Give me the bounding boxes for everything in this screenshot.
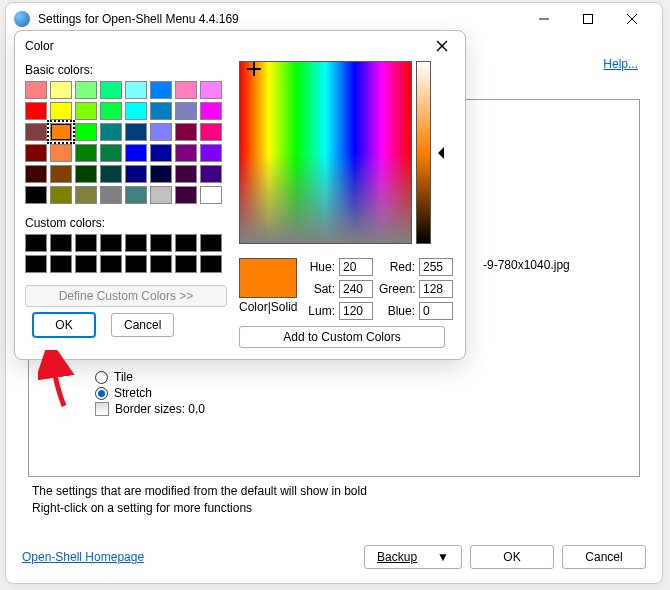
color-dialog-titlebar[interactable]: Color	[15, 31, 465, 61]
basic-color-swatch[interactable]	[200, 186, 222, 204]
basic-color-swatch[interactable]	[125, 123, 147, 141]
basic-color-swatch[interactable]	[75, 81, 97, 99]
custom-color-swatch[interactable]	[75, 234, 97, 252]
custom-color-swatch[interactable]	[175, 255, 197, 273]
luminance-slider[interactable]	[416, 61, 431, 244]
custom-color-swatch[interactable]	[50, 255, 72, 273]
basic-color-swatch[interactable]	[175, 102, 197, 120]
basic-color-swatch[interactable]	[175, 165, 197, 183]
custom-color-swatch[interactable]	[25, 255, 47, 273]
maximize-button[interactable]	[566, 5, 610, 33]
basic-color-swatch[interactable]	[25, 186, 47, 204]
basic-color-swatch[interactable]	[175, 186, 197, 204]
basic-colors-grid	[25, 81, 227, 204]
blue-field[interactable]	[419, 302, 453, 320]
basic-color-swatch[interactable]	[25, 144, 47, 162]
basic-color-swatch[interactable]	[200, 81, 222, 99]
custom-color-swatch[interactable]	[175, 234, 197, 252]
basic-color-swatch[interactable]	[100, 123, 122, 141]
tile-radio-row[interactable]: Tile	[95, 370, 205, 384]
backup-button[interactable]: Backup ▼	[364, 545, 462, 569]
luminance-arrow-icon	[431, 61, 443, 244]
caret-down-icon: ▼	[437, 550, 449, 564]
custom-colors-grid	[25, 234, 227, 273]
red-label: Red:	[379, 260, 415, 274]
custom-color-swatch[interactable]	[25, 234, 47, 252]
tile-label: Tile	[114, 370, 133, 384]
hue-sat-field[interactable]	[239, 61, 412, 244]
main-ok-button[interactable]: OK	[470, 545, 554, 569]
color-ok-button[interactable]: OK	[33, 313, 95, 337]
add-to-custom-button[interactable]: Add to Custom Colors	[239, 326, 445, 348]
homepage-link[interactable]: Open-Shell Homepage	[22, 550, 144, 564]
basic-color-swatch[interactable]	[25, 81, 47, 99]
basic-color-swatch[interactable]	[175, 123, 197, 141]
custom-color-swatch[interactable]	[50, 234, 72, 252]
custom-color-swatch[interactable]	[200, 234, 222, 252]
custom-color-swatch[interactable]	[75, 255, 97, 273]
basic-color-swatch[interactable]	[25, 102, 47, 120]
basic-color-swatch[interactable]	[200, 123, 222, 141]
custom-color-swatch[interactable]	[100, 255, 122, 273]
basic-color-swatch[interactable]	[25, 165, 47, 183]
lum-field[interactable]	[339, 302, 373, 320]
basic-color-swatch[interactable]	[200, 102, 222, 120]
basic-color-swatch[interactable]	[125, 81, 147, 99]
main-cancel-button[interactable]: Cancel	[562, 545, 646, 569]
basic-color-swatch[interactable]	[100, 165, 122, 183]
custom-color-swatch[interactable]	[200, 255, 222, 273]
basic-color-swatch[interactable]	[75, 186, 97, 204]
red-field[interactable]	[419, 258, 453, 276]
basic-color-swatch[interactable]	[50, 186, 72, 204]
basic-color-swatch[interactable]	[25, 123, 47, 141]
basic-color-swatch[interactable]	[50, 144, 72, 162]
basic-color-swatch[interactable]	[175, 144, 197, 162]
basic-colors-label: Basic colors:	[25, 63, 227, 77]
basic-color-swatch[interactable]	[200, 144, 222, 162]
color-dialog-close-button[interactable]	[429, 33, 455, 59]
sat-field[interactable]	[339, 280, 373, 298]
basic-color-swatch[interactable]	[75, 102, 97, 120]
app-icon	[14, 11, 30, 27]
basic-color-swatch[interactable]	[50, 123, 72, 141]
basic-color-swatch[interactable]	[50, 165, 72, 183]
basic-color-swatch[interactable]	[125, 186, 147, 204]
basic-color-swatch[interactable]	[100, 186, 122, 204]
custom-color-swatch[interactable]	[125, 255, 147, 273]
basic-color-swatch[interactable]	[125, 144, 147, 162]
green-field[interactable]	[419, 280, 453, 298]
basic-color-swatch[interactable]	[50, 81, 72, 99]
basic-color-swatch[interactable]	[150, 186, 172, 204]
basic-color-swatch[interactable]	[125, 102, 147, 120]
basic-color-swatch[interactable]	[150, 165, 172, 183]
stretch-radio-row[interactable]: Stretch	[95, 386, 205, 400]
basic-color-swatch[interactable]	[100, 102, 122, 120]
basic-color-swatch[interactable]	[150, 81, 172, 99]
minimize-button[interactable]	[522, 5, 566, 33]
border-sizes-row[interactable]: Border sizes: 0,0	[95, 402, 205, 416]
basic-color-swatch[interactable]	[100, 144, 122, 162]
hue-field[interactable]	[339, 258, 373, 276]
define-custom-colors-button[interactable]: Define Custom Colors >>	[25, 285, 227, 307]
custom-color-swatch[interactable]	[100, 234, 122, 252]
custom-color-swatch[interactable]	[150, 234, 172, 252]
basic-color-swatch[interactable]	[175, 81, 197, 99]
basic-color-swatch[interactable]	[150, 102, 172, 120]
basic-color-swatch[interactable]	[150, 144, 172, 162]
basic-color-swatch[interactable]	[50, 102, 72, 120]
basic-color-swatch[interactable]	[125, 165, 147, 183]
footer-hint-2: Right-click on a setting for more functi…	[32, 500, 367, 517]
basic-color-swatch[interactable]	[75, 165, 97, 183]
custom-color-swatch[interactable]	[125, 234, 147, 252]
basic-color-swatch[interactable]	[100, 81, 122, 99]
border-sizes-label: Border sizes: 0,0	[115, 402, 205, 416]
basic-color-swatch[interactable]	[150, 123, 172, 141]
help-link[interactable]: Help...	[603, 57, 638, 71]
basic-color-swatch[interactable]	[75, 123, 97, 141]
lum-label: Lum:	[307, 304, 335, 318]
color-cancel-button[interactable]: Cancel	[111, 313, 174, 337]
custom-color-swatch[interactable]	[150, 255, 172, 273]
basic-color-swatch[interactable]	[200, 165, 222, 183]
close-button[interactable]	[610, 5, 654, 33]
basic-color-swatch[interactable]	[75, 144, 97, 162]
